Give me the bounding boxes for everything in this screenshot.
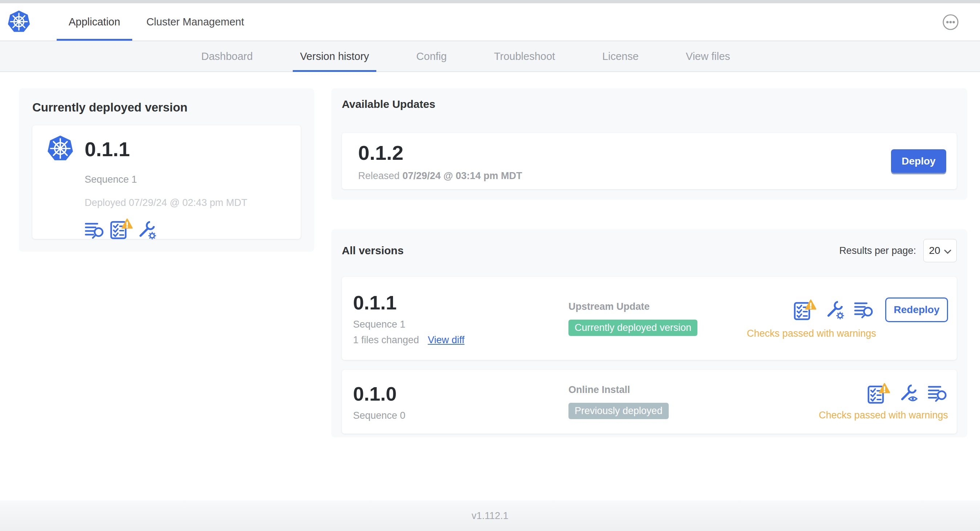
tab-troubleshoot[interactable]: Troubleshoot (487, 41, 562, 72)
row-sequence: Sequence 1 (353, 319, 568, 330)
deploy-button[interactable]: Deploy (891, 149, 946, 173)
released-label: Released (358, 170, 399, 181)
kubernetes-logo-icon (7, 10, 30, 35)
available-updates-title: Available Updates (342, 98, 957, 110)
app-subnav: Dashboard Version history Config Trouble… (0, 41, 980, 72)
update-version-number: 0.1.2 (358, 141, 522, 165)
current-version-number: 0.1.1 (84, 137, 130, 161)
preflight-status-text: Checks passed with warnings (819, 410, 948, 421)
deploy-logs-icon[interactable] (854, 301, 874, 319)
preflight-checks-warning-icon[interactable] (867, 383, 890, 404)
status-badge-currently-deployed: Currently deployed version (568, 320, 697, 336)
deploy-logs-icon[interactable] (928, 384, 948, 402)
results-per-page-label: Results per page: (839, 245, 916, 256)
redeploy-button[interactable]: Redeploy (885, 297, 948, 322)
preflight-checks-warning-icon[interactable] (794, 299, 816, 320)
results-per-page-select[interactable]: 20 (923, 239, 957, 262)
main-content: Currently deployed version (0, 72, 980, 501)
released-date: 07/29/24 @ 03:14 pm MDT (402, 170, 522, 181)
files-changed-label: 1 files changed (353, 334, 419, 346)
app-footer: v1.112.1 (0, 501, 980, 531)
row-source-label: Online Install (568, 384, 819, 396)
all-versions-title: All versions (342, 245, 404, 257)
window-top-strip (0, 0, 980, 3)
deploy-logs-icon[interactable] (84, 221, 105, 239)
tab-license[interactable]: License (595, 41, 646, 72)
row-version-number: 0.1.1 (353, 291, 568, 314)
update-released-timestamp: Released07/29/24 @ 03:14 pm MDT (358, 170, 522, 181)
tab-cluster-management[interactable]: Cluster Management (134, 3, 256, 41)
row-sequence: Sequence 0 (353, 410, 568, 421)
row-source-label: Upstream Update (568, 301, 747, 312)
current-version-sequence: Sequence 1 (84, 174, 286, 185)
tab-version-history[interactable]: Version history (293, 41, 376, 72)
view-diff-link[interactable]: View diff (428, 334, 465, 346)
view-config-icon[interactable] (899, 384, 918, 403)
available-update-row: 0.1.2 Released07/29/24 @ 03:14 pm MDT De… (342, 133, 957, 189)
version-row-0-1-1: 0.1.1 Sequence 1 1 files changed View di… (342, 277, 957, 360)
current-version-deployed-timestamp: Deployed 07/29/24 @ 02:43 pm MDT (84, 197, 286, 208)
current-version-actions (84, 218, 286, 239)
status-badge-previously-deployed: Previously deployed (568, 403, 669, 419)
chevron-down-icon (944, 245, 951, 256)
ellipsis-icon (942, 14, 959, 30)
results-per-page-value: 20 (929, 245, 940, 256)
preflight-checks-warning-icon[interactable] (110, 218, 132, 239)
tab-application[interactable]: Application (57, 3, 132, 41)
preflight-status-text: Checks passed with warnings (747, 328, 876, 339)
tab-view-files[interactable]: View files (679, 41, 737, 72)
current-version-card: Currently deployed version (19, 88, 314, 252)
version-row-0-1-0: 0.1.0 Sequence 0 Online Install Previous… (342, 370, 957, 434)
tab-config[interactable]: Config (409, 41, 454, 72)
tab-dashboard[interactable]: Dashboard (194, 41, 260, 72)
row-version-number: 0.1.0 (353, 382, 568, 405)
all-versions-card: All versions Results per page: 20 0.1.1 … (331, 229, 967, 437)
edit-config-icon[interactable] (826, 300, 845, 319)
console-version-label: v1.112.1 (471, 510, 509, 521)
current-version-title: Currently deployed version (32, 100, 301, 114)
current-version-panel: 0.1.1 Sequence 1 Deployed 07/29/24 @ 02:… (32, 125, 301, 239)
kubernetes-app-icon (47, 135, 74, 163)
results-per-page: Results per page: 20 (839, 239, 957, 262)
edit-config-icon[interactable] (138, 221, 157, 239)
available-updates-card: Available Updates 0.1.2 Released07/29/24… (331, 88, 967, 200)
header-tabs: Application Cluster Management (57, 3, 256, 41)
overflow-menu-button[interactable] (942, 14, 959, 30)
app-header: Application Cluster Management (0, 3, 980, 41)
